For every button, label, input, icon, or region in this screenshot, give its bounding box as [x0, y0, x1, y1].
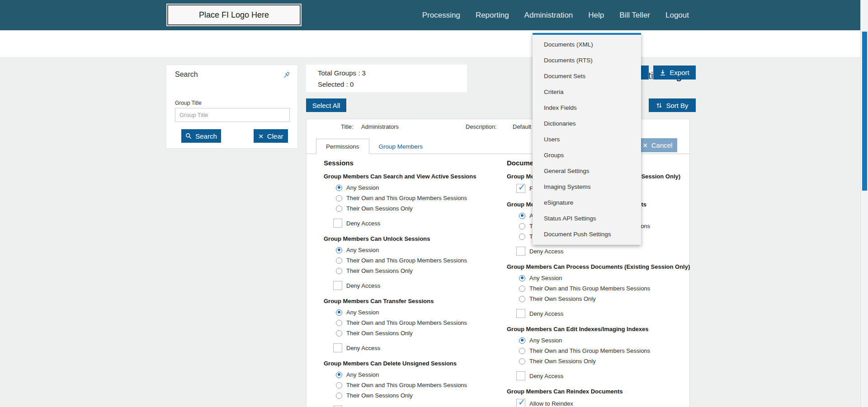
radio-option-label: Their Own and This Group Members Session…: [346, 257, 467, 264]
radio-button[interactable]: [519, 234, 525, 240]
radio-option-label: Their Own and This Group Members Session…: [529, 285, 650, 292]
menu-item-criteria[interactable]: Criteria: [533, 84, 641, 100]
radio-option[interactable]: Any Session: [324, 245, 502, 255]
checkbox[interactable]: [516, 184, 525, 193]
radio-button[interactable]: [519, 223, 525, 229]
menu-item-index-fields[interactable]: Index Fields: [533, 100, 641, 116]
radio-button[interactable]: [519, 296, 525, 302]
radio-option-label: Their Own Sessions Only: [529, 358, 596, 365]
scrollbar-thumb[interactable]: [862, 32, 867, 191]
radio-option[interactable]: Their Own and This Group Members Session…: [507, 346, 690, 356]
nav-item-logout[interactable]: Logout: [665, 11, 689, 20]
clear-button[interactable]: × Clear: [254, 129, 288, 143]
deny-access-option[interactable]: Deny Access: [324, 280, 502, 291]
deny-access-checkbox[interactable]: [516, 309, 525, 318]
nav-item-reporting[interactable]: Reporting: [476, 11, 509, 20]
radio-button[interactable]: [336, 393, 342, 399]
deny-access-option[interactable]: Deny Access: [324, 342, 502, 353]
select-all-button[interactable]: Select All: [306, 98, 346, 112]
permission-group-title: Group Members Can Unlock Sessions: [324, 235, 502, 242]
radio-option[interactable]: Their Own and This Group Members Session…: [324, 193, 502, 203]
radio-button[interactable]: [336, 185, 342, 191]
tab-permissions[interactable]: Permissions: [316, 139, 369, 154]
radio-button[interactable]: [336, 268, 342, 274]
deny-access-option[interactable]: Deny Access: [507, 308, 690, 319]
radio-option[interactable]: Their Own and This Group Members Session…: [324, 318, 502, 328]
radio-option[interactable]: Their Own Sessions Only: [507, 294, 690, 304]
radio-option[interactable]: Their Own and This Group Members Session…: [324, 255, 502, 266]
deny-access-checkbox[interactable]: [333, 219, 342, 228]
radio-button[interactable]: [519, 213, 525, 219]
radio-option[interactable]: Their Own Sessions Only: [324, 390, 502, 401]
radio-button[interactable]: [519, 337, 525, 344]
radio-button[interactable]: [336, 206, 342, 212]
menu-item-documents-xml[interactable]: Documents (XML): [533, 37, 641, 52]
deny-access-option[interactable]: Deny Access: [324, 218, 502, 229]
radio-option[interactable]: Any Session: [324, 182, 502, 193]
radio-option[interactable]: Their Own and This Group Members Session…: [324, 380, 502, 390]
group-title-input[interactable]: [175, 108, 290, 122]
nav-item-administration[interactable]: Administration: [524, 11, 573, 20]
vertical-scrollbar[interactable]: [860, 0, 868, 407]
deny-access-checkbox[interactable]: [516, 371, 525, 380]
menu-item-dictionaries[interactable]: Dictionaries: [533, 116, 641, 131]
radio-button[interactable]: [519, 358, 525, 365]
radio-button[interactable]: [336, 320, 342, 326]
menu-item-groups[interactable]: Groups: [533, 147, 641, 163]
deny-access-option[interactable]: Deny Access: [324, 405, 502, 407]
nav-menu: Processing Reporting Administration Help…: [422, 0, 689, 30]
group-title-value: Administrators: [361, 123, 399, 130]
radio-button[interactable]: [336, 257, 342, 264]
permission-group-title: Group Members Can Transfer Sessions: [324, 298, 502, 304]
radio-option[interactable]: Any Session: [507, 335, 690, 346]
radio-button[interactable]: [336, 309, 342, 316]
radio-option[interactable]: Their Own and This Group Members Session…: [507, 283, 690, 294]
sort-by-button-label: Sort By: [666, 102, 688, 109]
deny-access-option[interactable]: Deny Access: [507, 246, 690, 257]
menu-item-document-sets[interactable]: Document Sets: [533, 68, 641, 84]
radio-option-label: Their Own and This Group Members Session…: [346, 195, 467, 201]
radio-option[interactable]: Their Own Sessions Only: [324, 266, 502, 276]
radio-button[interactable]: [336, 372, 342, 378]
deny-access-checkbox[interactable]: [333, 281, 342, 290]
sort-by-button[interactable]: Sort By: [649, 98, 696, 112]
cancel-button[interactable]: × Cancel: [638, 138, 677, 152]
checkbox-option[interactable]: Allow to Reindex: [507, 398, 690, 407]
export-button[interactable]: Export: [653, 65, 696, 80]
permissions-column-heading: Sessions: [324, 159, 502, 167]
close-icon: ×: [643, 141, 648, 150]
radio-option[interactable]: Any Session: [324, 370, 502, 380]
radio-option[interactable]: Any Session: [324, 307, 502, 318]
radio-button[interactable]: [519, 285, 525, 292]
deny-access-checkbox[interactable]: [516, 247, 525, 256]
permission-group: Group Members Can Unlock SessionsAny Ses…: [324, 235, 502, 291]
menu-item-imaging-systems[interactable]: Imaging Systems: [533, 179, 641, 195]
pin-icon[interactable]: [281, 70, 291, 80]
menu-item-users[interactable]: Users: [533, 131, 641, 147]
search-button[interactable]: Search: [181, 129, 221, 143]
nav-item-help[interactable]: Help: [588, 11, 604, 20]
radio-button[interactable]: [336, 330, 342, 337]
radio-option[interactable]: Their Own Sessions Only: [507, 356, 690, 366]
radio-option[interactable]: Their Own Sessions Only: [324, 328, 502, 338]
menu-item-document-push-settings[interactable]: Document Push Settings: [533, 226, 641, 242]
radio-button[interactable]: [336, 195, 342, 201]
radio-option[interactable]: Their Own Sessions Only: [324, 203, 502, 214]
menu-item-documents-rts[interactable]: Documents (RTS): [533, 52, 641, 68]
radio-button[interactable]: [519, 275, 525, 281]
nav-item-bill-teller[interactable]: Bill Teller: [619, 11, 650, 20]
deny-access-label: Deny Access: [529, 373, 563, 379]
radio-button[interactable]: [519, 348, 525, 354]
menu-item-general-settings[interactable]: General Settings: [533, 163, 641, 179]
radio-option-label: Any Session: [346, 309, 379, 316]
deny-access-checkbox[interactable]: [333, 343, 342, 352]
menu-item-status-api-settings[interactable]: Status API Settings: [533, 211, 641, 226]
radio-button[interactable]: [336, 247, 342, 253]
deny-access-option[interactable]: Deny Access: [507, 370, 690, 381]
tab-group-members[interactable]: Group Members: [369, 139, 433, 154]
radio-option[interactable]: Any Session: [507, 273, 690, 283]
radio-button[interactable]: [336, 382, 342, 388]
menu-item-esignature[interactable]: eSignature: [533, 195, 641, 211]
checkbox[interactable]: [516, 399, 525, 407]
nav-item-processing[interactable]: Processing: [422, 11, 460, 20]
